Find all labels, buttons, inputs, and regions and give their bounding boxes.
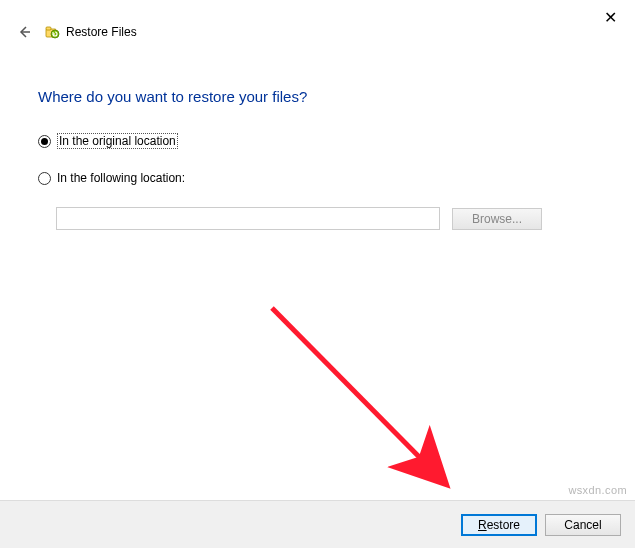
- restore-button[interactable]: Restore: [461, 514, 537, 536]
- svg-line-4: [272, 308, 440, 478]
- radio-icon: [38, 135, 51, 148]
- footer-bar: Restore Cancel: [0, 500, 635, 548]
- radio-label-following: In the following location:: [57, 171, 185, 185]
- path-row: Browse...: [38, 207, 597, 230]
- radio-following-location[interactable]: In the following location:: [38, 171, 597, 185]
- page-heading: Where do you want to restore your files?: [38, 88, 597, 105]
- window-title: Restore Files: [66, 25, 137, 39]
- radio-icon: [38, 172, 51, 185]
- title-bar: ✕ Restore Files: [0, 0, 635, 48]
- restore-path-input[interactable]: [56, 207, 440, 230]
- close-icon[interactable]: ✕: [604, 10, 617, 26]
- watermark: wsxdn.com: [568, 484, 627, 496]
- back-arrow-icon[interactable]: [14, 22, 34, 42]
- radio-original-location[interactable]: In the original location: [38, 133, 597, 149]
- restore-files-icon: [44, 24, 60, 40]
- radio-label-original: In the original location: [57, 133, 178, 149]
- content-area: Where do you want to restore your files?…: [0, 48, 635, 230]
- cancel-button[interactable]: Cancel: [545, 514, 621, 536]
- browse-button[interactable]: Browse...: [452, 208, 542, 230]
- svg-rect-2: [46, 27, 51, 30]
